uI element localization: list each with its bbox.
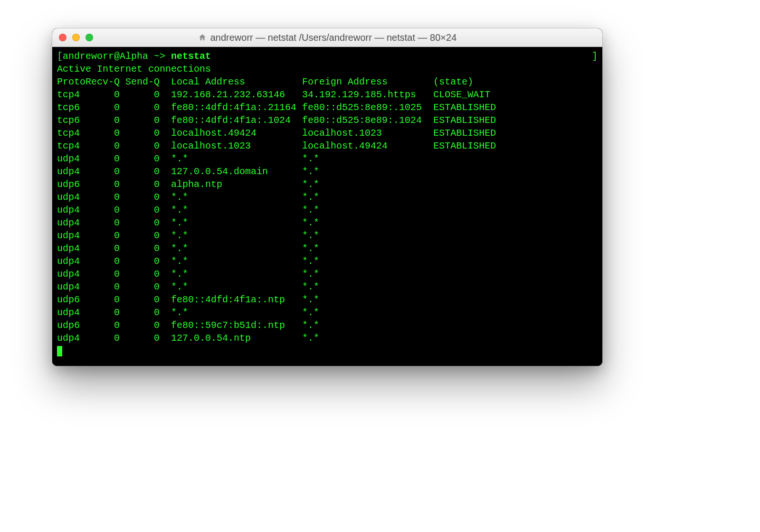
table-row: tcp6 0 0 fe80::4dfd:4f1a:.21164 fe80::d5… bbox=[57, 101, 598, 114]
table-row: udp4 0 0 *.* *.* bbox=[57, 152, 598, 165]
table-row: udp6 0 0 alpha.ntp *.* bbox=[57, 178, 598, 191]
table-row: udp4 0 0 *.* *.* bbox=[57, 191, 598, 204]
traffic-lights bbox=[52, 34, 93, 41]
table-row: udp4 0 0 *.* *.* bbox=[57, 242, 598, 255]
maximize-button[interactable] bbox=[86, 34, 93, 41]
table-row: udp4 0 0 127.0.0.54.ntp *.* bbox=[57, 332, 598, 345]
prompt-user-host: andreworr@Alpha bbox=[63, 51, 148, 62]
table-row: tcp4 0 0 localhost.49424 localhost.1023 … bbox=[57, 127, 598, 140]
prompt-command: netstat bbox=[171, 51, 211, 62]
home-icon bbox=[198, 33, 207, 42]
table-row: udp6 0 0 fe80::4dfd:4f1a:.ntp *.* bbox=[57, 293, 598, 306]
prompt-path-sep: ~> bbox=[148, 51, 171, 62]
table-row: udp4 0 0 *.* *.* bbox=[57, 255, 598, 268]
table-header: ProtoRecv-Q Send-Q Local Address Foreign… bbox=[57, 75, 598, 88]
table-row: udp4 0 0 *.* *.* bbox=[57, 306, 598, 319]
minimize-button[interactable] bbox=[72, 34, 80, 41]
close-button[interactable] bbox=[59, 34, 66, 41]
window-title: andreworr — netstat /Users/andreworr — n… bbox=[210, 32, 457, 43]
bracket-close: ] bbox=[592, 50, 598, 63]
output-heading: Active Internet connections bbox=[57, 63, 598, 75]
table-row: tcp4 0 0 localhost.1023 localhost.49424 … bbox=[57, 140, 598, 152]
table-row: udp4 0 0 *.* *.* bbox=[57, 216, 598, 229]
terminal-cursor bbox=[57, 346, 62, 356]
table-row: udp4 0 0 127.0.0.54.domain *.* bbox=[57, 165, 598, 178]
table-row: udp6 0 0 fe80::59c7:b51d:.ntp *.* bbox=[57, 319, 598, 332]
table-row: tcp6 0 0 fe80::4dfd:4f1a:.1024 fe80::d52… bbox=[57, 114, 598, 127]
table-row: udp4 0 0 *.* *.* bbox=[57, 204, 598, 216]
table-row: tcp4 0 0 192.168.21.232.63146 34.192.129… bbox=[57, 88, 598, 101]
table-row: udp4 0 0 *.* *.* bbox=[57, 280, 598, 293]
table-row: udp4 0 0 *.* *.* bbox=[57, 268, 598, 280]
table-row: udp4 0 0 *.* *.* bbox=[57, 229, 598, 242]
bracket-open: [ bbox=[57, 51, 63, 62]
terminal-body[interactable]: [andreworr@Alpha ~> netstat]Active Inter… bbox=[52, 47, 602, 366]
terminal-window: andreworr — netstat /Users/andreworr — n… bbox=[52, 28, 602, 366]
titlebar[interactable]: andreworr — netstat /Users/andreworr — n… bbox=[52, 28, 602, 47]
